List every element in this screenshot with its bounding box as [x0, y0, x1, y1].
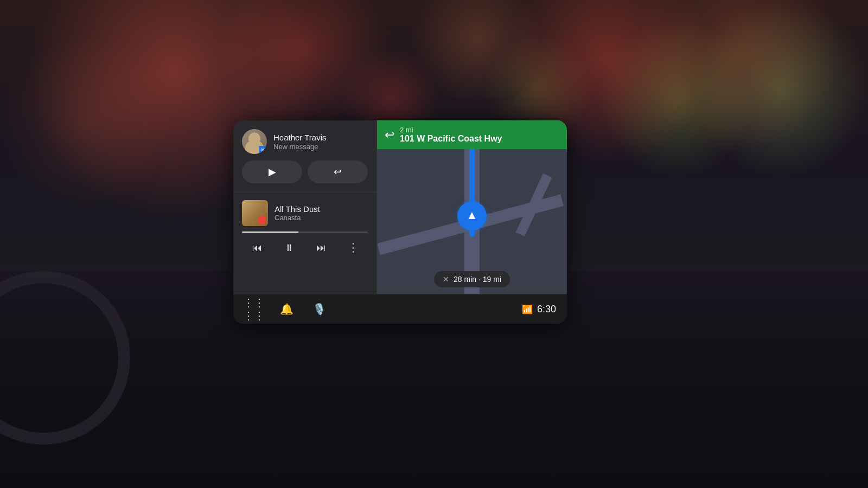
- message-app-badge: ✉: [259, 146, 266, 153]
- eta-close-icon[interactable]: ✕: [443, 275, 449, 284]
- reply-message-button[interactable]: ↩: [308, 160, 368, 183]
- notifications-button[interactable]: 🔔: [277, 299, 296, 319]
- signal-icon: 📶: [522, 304, 533, 314]
- bottom-bar: ⋮⋮⋮⋮ 🔔 🎙️ 📶 6:30: [233, 294, 567, 324]
- sender-name: Heather Travis: [273, 132, 327, 143]
- eta-badge: ✕ 28 min · 19 mi: [434, 271, 510, 287]
- album-art: [242, 200, 268, 226]
- message-card: ✉ Heather Travis New message ▶ ↩: [233, 120, 376, 192]
- map-panel[interactable]: ↩ 2 mi 101 W Pacific Coast Hwy ▲ ✕ 28 mi…: [377, 120, 567, 294]
- apps-icon: ⋮⋮⋮⋮: [243, 296, 265, 322]
- message-actions: ▶ ↩: [242, 160, 368, 183]
- clock: 6:30: [537, 304, 556, 315]
- mic-icon: 🎙️: [312, 303, 326, 316]
- nav-header: ↩ 2 mi 101 W Pacific Coast Hwy: [377, 120, 567, 149]
- prev-icon: ⏮: [252, 242, 262, 254]
- next-track-button[interactable]: ⏭: [306, 238, 336, 258]
- reply-icon: ↩: [334, 166, 342, 178]
- pause-button[interactable]: ⏸: [274, 238, 304, 258]
- status-bar: 📶 6:30: [522, 304, 556, 315]
- music-text: All This Dust Canasta: [275, 204, 368, 222]
- nav-info: 2 mi 101 W Pacific Coast Hwy: [400, 126, 502, 144]
- music-app-badge: [258, 216, 266, 224]
- eta-text: 28 min · 19 mi: [454, 275, 501, 284]
- play-message-button[interactable]: ▶: [242, 160, 302, 183]
- avatar: ✉: [242, 129, 267, 154]
- main-area: ✉ Heather Travis New message ▶ ↩: [233, 120, 567, 294]
- music-card: All This Dust Canasta ⏮ ⏸ ⏭: [233, 192, 376, 294]
- bell-icon: 🔔: [280, 303, 293, 316]
- turn-icon: ↩: [385, 128, 394, 142]
- microphone-button[interactable]: 🎙️: [309, 299, 329, 319]
- prev-track-button[interactable]: ⏮: [242, 238, 272, 258]
- message-text: Heather Travis New message: [273, 132, 327, 151]
- nav-arrow: ▲: [457, 201, 487, 230]
- bottom-icons: ⋮⋮⋮⋮ 🔔 🎙️: [244, 299, 329, 319]
- message-subtitle: New message: [273, 143, 327, 151]
- track-title: All This Dust: [275, 204, 368, 214]
- more-icon: ⋮: [347, 241, 359, 255]
- nav-direction-icon: ▲: [466, 208, 478, 222]
- next-icon: ⏭: [316, 242, 326, 254]
- artist-name: Canasta: [275, 214, 368, 222]
- play-icon: ▶: [269, 166, 276, 178]
- pause-icon: ⏸: [284, 242, 294, 254]
- more-options-button[interactable]: ⋮: [338, 238, 368, 258]
- android-auto-display: ✉ Heather Travis New message ▶ ↩: [233, 120, 567, 324]
- apps-button[interactable]: ⋮⋮⋮⋮: [244, 299, 264, 319]
- nav-distance: 2 mi: [400, 126, 502, 134]
- message-header: ✉ Heather Travis New message: [242, 129, 368, 154]
- music-info: All This Dust Canasta: [242, 200, 368, 226]
- nav-street: 101 W Pacific Coast Hwy: [400, 134, 502, 144]
- left-panel: ✉ Heather Travis New message ▶ ↩: [233, 120, 377, 294]
- music-controls: ⏮ ⏸ ⏭ ⋮: [242, 238, 368, 258]
- progress-fill: [242, 232, 298, 233]
- progress-bar[interactable]: [242, 232, 368, 233]
